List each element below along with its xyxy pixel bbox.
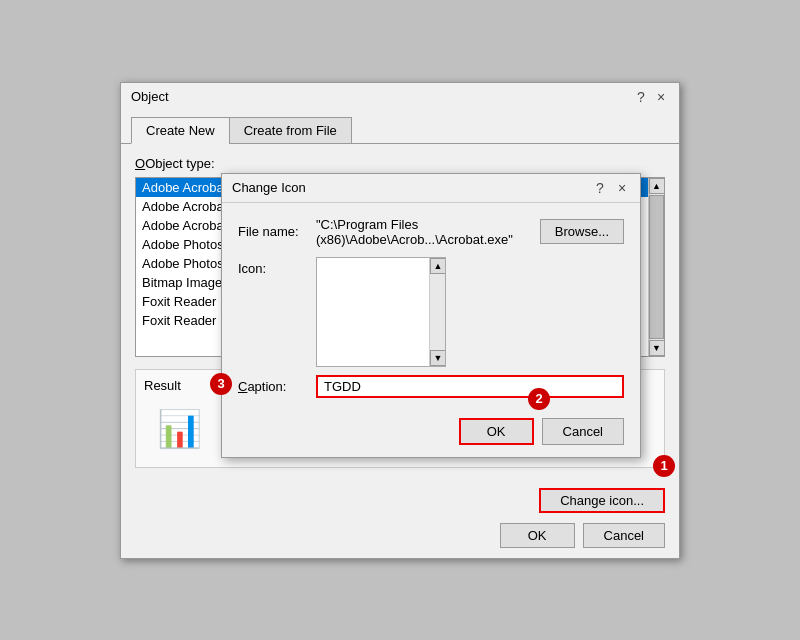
ci-titlebar-actions: ? ×	[592, 180, 630, 196]
object-dialog: Object ? × Create New Create from File O…	[120, 82, 680, 559]
ci-filename-value: "C:\Program Files (x86)\Adobe\Acrob...\A…	[316, 217, 532, 247]
listbox-scrollbar[interactable]: ▲ ▼	[648, 178, 664, 356]
main-bottom-area: 1 Change icon...	[121, 480, 679, 523]
result-icon: 📊	[157, 408, 202, 450]
tab-create-from-file[interactable]: Create from File	[229, 117, 352, 144]
annotation-2: 2	[528, 388, 550, 410]
ci-filename-label: File name:	[238, 224, 308, 239]
ci-scroll-up[interactable]: ▲	[430, 258, 446, 274]
ci-dialog-title: Change Icon	[232, 180, 306, 195]
ci-bottom: 2 OK Cancel	[222, 410, 640, 457]
ci-titlebar: Change Icon ? ×	[222, 174, 640, 203]
ci-caption-label: Caption:	[238, 379, 308, 394]
scroll-thumb[interactable]	[649, 195, 664, 339]
change-icon-dialog: Change Icon ? × File name: "C:\Program F…	[221, 173, 641, 458]
change-icon-wrapper: 1 Change icon...	[539, 488, 665, 513]
ci-icon-listbox[interactable]: ▲ ▼	[316, 257, 446, 367]
object-type-label: OObject type:	[135, 156, 665, 171]
scroll-up-arrow[interactable]: ▲	[649, 178, 665, 194]
ci-content: File name: "C:\Program Files (x86)\Adobe…	[222, 203, 640, 410]
object-close-button[interactable]: ×	[653, 89, 669, 105]
tab-create-new[interactable]: Create New	[131, 117, 229, 144]
tabs-container: Create New Create from File	[121, 111, 679, 144]
ci-scroll-track	[430, 274, 445, 350]
ci-cancel-button[interactable]: Cancel	[542, 418, 624, 445]
object-ok-button[interactable]: OK	[500, 523, 575, 548]
object-help-button[interactable]: ?	[633, 89, 649, 105]
ci-help-button[interactable]: ?	[592, 180, 608, 196]
object-titlebar: Object ? ×	[121, 83, 679, 111]
ci-icon-label: Icon:	[238, 261, 308, 276]
titlebar-actions: ? ×	[633, 89, 669, 105]
annotation-3: 3	[210, 373, 232, 395]
ci-ok-button[interactable]: OK	[459, 418, 534, 445]
object-dialog-title: Object	[131, 89, 169, 104]
object-cancel-button[interactable]: Cancel	[583, 523, 665, 548]
ci-scroll-down[interactable]: ▼	[430, 350, 446, 366]
change-icon-button[interactable]: Change icon...	[539, 488, 665, 513]
scroll-down-arrow[interactable]: ▼	[649, 340, 665, 356]
ci-icon-scrollbar[interactable]: ▲ ▼	[429, 258, 445, 366]
ci-caption-input[interactable]	[316, 375, 624, 398]
ci-caption-row: 3 Caption:	[238, 375, 624, 398]
ci-icon-row: Icon: ▲ ▼	[238, 257, 624, 367]
annotation-1: 1	[653, 455, 675, 477]
main-ok-cancel-area: OK Cancel	[121, 523, 679, 558]
result-icon-area: 📊	[144, 399, 214, 459]
ci-browse-button[interactable]: Browse...	[540, 219, 624, 244]
ci-filename-row: File name: "C:\Program Files (x86)\Adobe…	[238, 217, 624, 247]
ci-close-button[interactable]: ×	[614, 180, 630, 196]
